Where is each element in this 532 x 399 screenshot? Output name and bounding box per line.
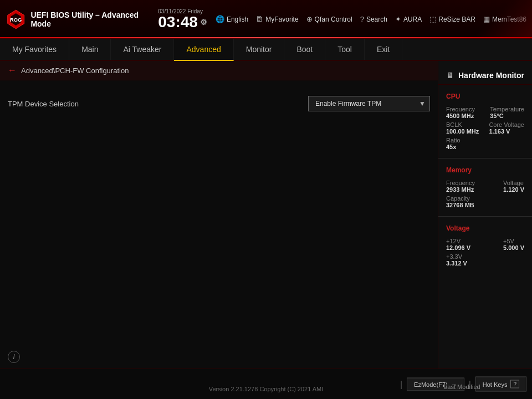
hardware-monitor-title: 🖥 Hardware Monitor: [438, 66, 532, 85]
tpm-dropdown-wrapper: Enable Firmware TPM Discrete TPM No TPM …: [308, 96, 430, 111]
back-button[interactable]: ←: [8, 65, 17, 75]
nav-my-favorites[interactable]: My Favorites: [0, 39, 69, 60]
cpu-freq-temp-row: Frequency 4500 MHz Temperature 35°C: [446, 106, 524, 119]
nav-ai-tweaker[interactable]: Ai Tweaker: [111, 39, 174, 60]
toolbar-myfavorite[interactable]: 🖹 MyFavorite: [256, 15, 298, 23]
mem-volt-value: 1.120 V: [503, 186, 524, 193]
mem-volt-label: Voltage: [503, 180, 524, 186]
voltage-section-title: Voltage: [446, 224, 524, 234]
cpu-corevolt-label: Core Voltage: [489, 121, 524, 128]
app-title: UEFI BIOS Utility – Advanced Mode: [30, 11, 152, 28]
last-modified-label: Last Modified: [444, 383, 480, 390]
hotkeys-button[interactable]: Hot Keys ?: [475, 377, 526, 392]
cpu-section-title: CPU: [446, 93, 524, 103]
nav-exit[interactable]: Exit: [365, 39, 402, 60]
cpu-ratio-value: 45x: [446, 144, 524, 150]
footer-sep1: |: [400, 379, 402, 389]
cpu-bclk-label: BCLK: [446, 121, 479, 128]
toolbar-memtest[interactable]: ▦ MemTest86: [483, 15, 526, 23]
memtest-icon: ▦: [483, 15, 490, 23]
cpu-bclk-value: 100.00 MHz: [446, 128, 479, 135]
footer-actions: Last Modified | EzMode(F7) → | Hot Keys …: [398, 377, 526, 392]
cpu-ratio-row: Ratio 45x: [446, 137, 524, 150]
toolbar-resizebar[interactable]: ⬚ ReSize BAR: [429, 15, 475, 23]
mem-freq-label: Frequency: [446, 180, 475, 186]
nav-main[interactable]: Main: [69, 39, 111, 60]
cpu-corevolt-value: 1.163 V: [489, 128, 524, 135]
cpu-ratio-label: Ratio: [446, 137, 524, 144]
nav-bar: My Favorites Main Ai Tweaker Advanced Mo…: [0, 39, 532, 61]
datetime-area: 03/11/2022 Friday 03:48 ⚙: [158, 8, 207, 30]
footer-version: Version 2.21.1278 Copyright (C) 2021 AMI: [209, 386, 324, 392]
memory-voltage-divider: [438, 216, 532, 217]
toolbar: 🌐 English 🖹 MyFavorite ⊕ Qfan Control ? …: [216, 15, 526, 23]
info-button[interactable]: i: [8, 351, 20, 363]
v5-label: +5V: [503, 238, 524, 244]
memory-section: Memory Frequency 2933 MHz Voltage 1.120 …: [438, 163, 532, 212]
nav-monitor[interactable]: Monitor: [234, 39, 285, 60]
header: ROG UEFI BIOS Utility – Advanced Mode 03…: [0, 0, 532, 39]
cpu-corevolt-col: Core Voltage 1.163 V: [489, 121, 524, 135]
settings-clock-icon[interactable]: ⚙: [200, 18, 207, 26]
v33-row: +3.3V 3.312 V: [446, 253, 524, 267]
v12-label: +12V: [446, 238, 470, 244]
cpu-freq-label: Frequency: [446, 106, 475, 112]
mem-capacity-row: Capacity 32768 MB: [446, 195, 524, 208]
content-area: ← Advanced\PCH-FW Configuration TPM Devi…: [0, 61, 438, 369]
cpu-freq-value: 4500 MHz: [446, 112, 475, 119]
v12-value: 12.096 V: [446, 244, 470, 251]
toolbar-search[interactable]: ? Search: [360, 15, 387, 23]
v33-value: 3.312 V: [446, 260, 524, 267]
toolbar-qfan[interactable]: ⊕ Qfan Control: [306, 15, 352, 23]
myfavorite-icon: 🖹: [256, 15, 263, 23]
toolbar-aura[interactable]: ✦ AURA: [395, 15, 422, 23]
cpu-temp-col: Temperature 35°C: [490, 106, 524, 119]
breadcrumb: Advanced\PCH-FW Configuration: [21, 66, 129, 75]
hotkeys-icon: ?: [510, 380, 519, 388]
cpu-memory-divider: [438, 158, 532, 158]
nav-advanced[interactable]: Advanced: [174, 39, 233, 61]
mem-volt-col: Voltage 1.120 V: [503, 180, 524, 193]
tpm-dropdown[interactable]: Enable Firmware TPM Discrete TPM No TPM: [308, 96, 430, 111]
rog-logo-icon: ROG: [6, 8, 26, 30]
settings-content: TPM Device Selection Enable Firmware TPM…: [0, 80, 438, 369]
qfan-icon: ⊕: [306, 15, 313, 23]
hardware-monitor-sidebar: 🖥 Hardware Monitor CPU Frequency 4500 MH…: [438, 61, 532, 369]
cpu-freq-col: Frequency 4500 MHz: [446, 106, 475, 119]
time-display: 03:48 ⚙: [158, 14, 207, 30]
tpm-setting-row: TPM Device Selection Enable Firmware TPM…: [8, 91, 430, 116]
v12-v5-row: +12V 12.096 V +5V 5.000 V: [446, 238, 524, 251]
nav-boot[interactable]: Boot: [284, 39, 325, 60]
cpu-section: CPU Frequency 4500 MHz Temperature 35°C …: [438, 89, 532, 154]
tpm-label: TPM Device Selection: [8, 100, 79, 108]
monitor-icon: 🖥: [446, 71, 454, 80]
v5-col: +5V 5.000 V: [503, 238, 524, 251]
memory-section-title: Memory: [446, 166, 524, 176]
footer: Version 2.21.1278 Copyright (C) 2021 AMI…: [0, 369, 532, 399]
mem-freq-value: 2933 MHz: [446, 186, 475, 193]
mem-capacity-label: Capacity: [446, 195, 524, 202]
svg-text:ROG: ROG: [10, 17, 22, 22]
cpu-temp-value: 35°C: [490, 112, 524, 119]
resizebar-icon: ⬚: [429, 15, 436, 23]
cpu-temp-label: Temperature: [490, 106, 524, 112]
cpu-bclk-volt-row: BCLK 100.00 MHz Core Voltage 1.163 V: [446, 121, 524, 135]
mem-freq-volt-row: Frequency 2933 MHz Voltage 1.120 V: [446, 180, 524, 193]
toolbar-english[interactable]: 🌐 English: [216, 15, 248, 23]
logo-area: ROG UEFI BIOS Utility – Advanced Mode: [6, 8, 152, 30]
voltage-section: Voltage +12V 12.096 V +5V 5.000 V +3.3V …: [438, 221, 532, 270]
breadcrumb-bar: ← Advanced\PCH-FW Configuration: [0, 61, 438, 80]
search-icon: ?: [360, 15, 364, 23]
v12-col: +12V 12.096 V: [446, 238, 470, 251]
english-icon: 🌐: [216, 15, 224, 23]
v5-value: 5.000 V: [503, 244, 524, 251]
main-layout: ← Advanced\PCH-FW Configuration TPM Devi…: [0, 61, 532, 369]
v33-label: +3.3V: [446, 253, 524, 260]
mem-capacity-value: 32768 MB: [446, 202, 524, 208]
aura-icon: ✦: [395, 15, 401, 23]
cpu-bclk-col: BCLK 100.00 MHz: [446, 121, 479, 135]
nav-tool[interactable]: Tool: [325, 39, 365, 60]
mem-freq-col: Frequency 2933 MHz: [446, 180, 475, 193]
